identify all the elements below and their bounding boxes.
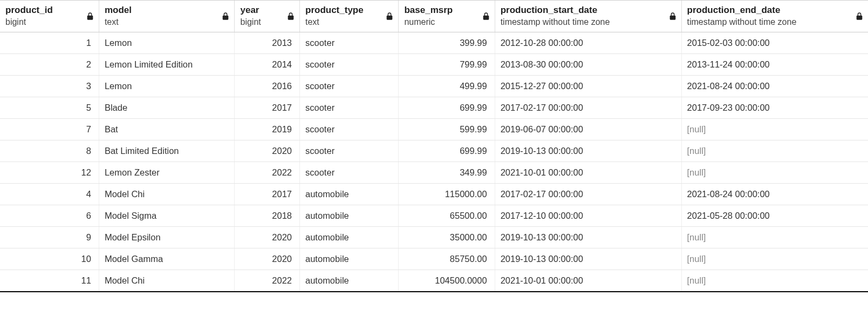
cell-production_start_date[interactable]: 2017-02-17 00:00:00 [495, 97, 681, 118]
cell-product_type[interactable]: scooter [300, 32, 399, 53]
cell-product_id[interactable]: 6 [0, 205, 99, 226]
cell-year[interactable]: 2013 [235, 32, 300, 53]
column-header-model[interactable]: modeltext [99, 1, 235, 32]
cell-year[interactable]: 2016 [235, 75, 300, 97]
cell-base_msrp[interactable]: 349.99 [399, 162, 495, 183]
cell-product_type[interactable]: automobile [300, 183, 399, 205]
table-row[interactable]: 5Blade2017scooter699.992017-02-17 00:00:… [0, 97, 868, 118]
cell-product_id[interactable]: 5 [0, 97, 99, 118]
cell-model[interactable]: Model Chi [99, 183, 235, 205]
cell-product_id[interactable]: 10 [0, 248, 99, 270]
cell-production_start_date[interactable]: 2012-10-28 00:00:00 [495, 32, 681, 53]
table-row[interactable]: 8Bat Limited Edition2020scooter699.99201… [0, 140, 868, 162]
table-row[interactable]: 11Model Chi2022automobile104500.00002021… [0, 270, 868, 292]
cell-model[interactable]: Lemon Zester [99, 162, 235, 183]
cell-production_start_date[interactable]: 2017-12-10 00:00:00 [495, 205, 681, 226]
cell-production_start_date[interactable]: 2019-10-13 00:00:00 [495, 140, 681, 162]
table-row[interactable]: 10Model Gamma2020automobile85750.002019-… [0, 248, 868, 270]
table-row[interactable]: 1Lemon2013scooter399.992012-10-28 00:00:… [0, 32, 868, 53]
cell-model[interactable]: Blade [99, 97, 235, 118]
table-row[interactable]: 7Bat2019scooter599.992019-06-07 00:00:00… [0, 118, 868, 140]
column-header-base_msrp[interactable]: base_msrpnumeric [399, 1, 495, 32]
cell-base_msrp[interactable]: 599.99 [399, 118, 495, 140]
cell-model[interactable]: Model Epsilon [99, 226, 235, 248]
cell-product_id[interactable]: 8 [0, 140, 99, 162]
cell-production_end_date[interactable]: [null] [681, 118, 868, 140]
cell-base_msrp[interactable]: 699.99 [399, 140, 495, 162]
cell-model[interactable]: Bat [99, 118, 235, 140]
cell-production_start_date[interactable]: 2017-02-17 00:00:00 [495, 183, 681, 205]
table-row[interactable]: 4Model Chi2017automobile115000.002017-02… [0, 183, 868, 205]
cell-year[interactable]: 2018 [235, 205, 300, 226]
cell-production_start_date[interactable]: 2013-08-30 00:00:00 [495, 53, 681, 75]
cell-product_type[interactable]: scooter [300, 118, 399, 140]
cell-product_id[interactable]: 7 [0, 118, 99, 140]
cell-product_type[interactable]: scooter [300, 97, 399, 118]
cell-production_end_date[interactable]: [null] [681, 270, 868, 292]
table-row[interactable]: 2Lemon Limited Edition2014scooter799.992… [0, 53, 868, 75]
cell-product_id[interactable]: 11 [0, 270, 99, 292]
column-header-year[interactable]: yearbigint [235, 1, 300, 32]
cell-model[interactable]: Lemon [99, 32, 235, 53]
cell-year[interactable]: 2020 [235, 140, 300, 162]
cell-base_msrp[interactable]: 65500.00 [399, 205, 495, 226]
cell-production_end_date[interactable]: [null] [681, 140, 868, 162]
cell-product_type[interactable]: automobile [300, 226, 399, 248]
table-row[interactable]: 6Model Sigma2018automobile65500.002017-1… [0, 205, 868, 226]
cell-product_id[interactable]: 3 [0, 75, 99, 97]
cell-production_end_date[interactable]: 2013-11-24 00:00:00 [681, 53, 868, 75]
cell-base_msrp[interactable]: 399.99 [399, 32, 495, 53]
cell-production_end_date[interactable]: [null] [681, 226, 868, 248]
cell-model[interactable]: Lemon [99, 75, 235, 97]
cell-production_start_date[interactable]: 2019-06-07 00:00:00 [495, 118, 681, 140]
cell-production_start_date[interactable]: 2021-10-01 00:00:00 [495, 162, 681, 183]
cell-product_type[interactable]: automobile [300, 205, 399, 226]
cell-production_end_date[interactable]: 2021-08-24 00:00:00 [681, 75, 868, 97]
column-header-production_start_date[interactable]: production_start_datetimestamp without t… [495, 1, 681, 32]
cell-product_id[interactable]: 2 [0, 53, 99, 75]
cell-product_type[interactable]: scooter [300, 140, 399, 162]
cell-product_id[interactable]: 9 [0, 226, 99, 248]
cell-production_end_date[interactable]: 2021-05-28 00:00:00 [681, 205, 868, 226]
cell-year[interactable]: 2020 [235, 226, 300, 248]
cell-model[interactable]: Bat Limited Edition [99, 140, 235, 162]
cell-production_start_date[interactable]: 2015-12-27 00:00:00 [495, 75, 681, 97]
cell-product_type[interactable]: automobile [300, 248, 399, 270]
cell-base_msrp[interactable]: 499.99 [399, 75, 495, 97]
cell-production_end_date[interactable]: 2015-02-03 00:00:00 [681, 32, 868, 53]
cell-product_id[interactable]: 12 [0, 162, 99, 183]
column-header-production_end_date[interactable]: production_end_datetimestamp without tim… [681, 1, 868, 32]
cell-production_end_date[interactable]: 2017-09-23 00:00:00 [681, 97, 868, 118]
cell-base_msrp[interactable]: 799.99 [399, 53, 495, 75]
table-row[interactable]: 12Lemon Zester2022scooter349.992021-10-0… [0, 162, 868, 183]
cell-model[interactable]: Model Sigma [99, 205, 235, 226]
cell-base_msrp[interactable]: 85750.00 [399, 248, 495, 270]
cell-model[interactable]: Model Chi [99, 270, 235, 292]
column-header-product_type[interactable]: product_typetext [300, 1, 399, 32]
cell-production_end_date[interactable]: [null] [681, 248, 868, 270]
cell-base_msrp[interactable]: 699.99 [399, 97, 495, 118]
cell-production_end_date[interactable]: 2021-08-24 00:00:00 [681, 183, 868, 205]
cell-base_msrp[interactable]: 115000.00 [399, 183, 495, 205]
cell-year[interactable]: 2020 [235, 248, 300, 270]
cell-base_msrp[interactable]: 35000.00 [399, 226, 495, 248]
cell-product_type[interactable]: scooter [300, 75, 399, 97]
cell-base_msrp[interactable]: 104500.0000 [399, 270, 495, 292]
cell-production_start_date[interactable]: 2021-10-01 00:00:00 [495, 270, 681, 292]
column-header-product_id[interactable]: product_idbigint [0, 1, 99, 32]
cell-year[interactable]: 2022 [235, 270, 300, 292]
cell-year[interactable]: 2014 [235, 53, 300, 75]
cell-model[interactable]: Model Gamma [99, 248, 235, 270]
table-row[interactable]: 3Lemon2016scooter499.992015-12-27 00:00:… [0, 75, 868, 97]
cell-production_start_date[interactable]: 2019-10-13 00:00:00 [495, 226, 681, 248]
table-row[interactable]: 9Model Epsilon2020automobile35000.002019… [0, 226, 868, 248]
cell-year[interactable]: 2017 [235, 183, 300, 205]
cell-year[interactable]: 2022 [235, 162, 300, 183]
cell-product_type[interactable]: automobile [300, 270, 399, 292]
cell-production_end_date[interactable]: [null] [681, 162, 868, 183]
cell-product_type[interactable]: scooter [300, 162, 399, 183]
cell-product_type[interactable]: scooter [300, 53, 399, 75]
cell-product_id[interactable]: 4 [0, 183, 99, 205]
cell-production_start_date[interactable]: 2019-10-13 00:00:00 [495, 248, 681, 270]
cell-model[interactable]: Lemon Limited Edition [99, 53, 235, 75]
